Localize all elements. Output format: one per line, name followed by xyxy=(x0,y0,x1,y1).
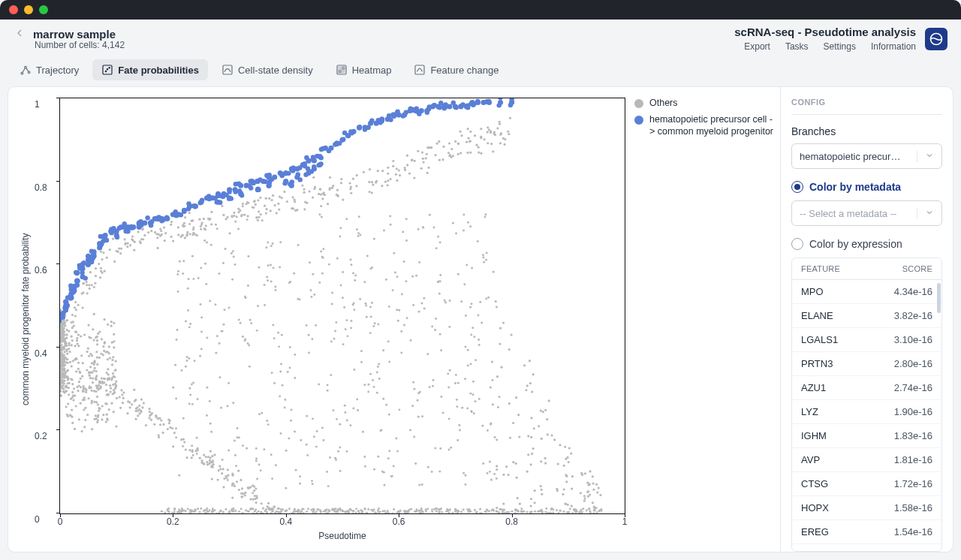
svg-point-1925 xyxy=(534,501,536,504)
svg-point-1021 xyxy=(471,266,473,269)
feature-row-elane[interactable]: ELANE3.82e-16 xyxy=(792,304,941,328)
scrollbar-thumb[interactable] xyxy=(937,283,941,313)
legend-item-branch[interactable]: hematopoietic precursor cell -> common m… xyxy=(634,114,776,137)
svg-point-810 xyxy=(222,214,224,216)
feature-row-mpo[interactable]: MPO4.34e-16 xyxy=(792,280,941,304)
feature-row-lgals1[interactable]: LGALS13.10e-16 xyxy=(792,328,941,352)
legend-item-others[interactable]: Others xyxy=(634,98,776,108)
svg-point-598 xyxy=(377,170,379,172)
svg-point-1063 xyxy=(415,275,417,277)
score-column-header: SCORE xyxy=(902,264,932,273)
svg-point-1377 xyxy=(249,498,252,501)
svg-point-816 xyxy=(356,228,358,230)
svg-point-1203 xyxy=(352,272,354,274)
metadata-select[interactable]: -- Select a metadata -- xyxy=(791,200,942,226)
tab-trajectory[interactable]: Trajectory xyxy=(11,59,88,80)
svg-point-1559 xyxy=(203,509,206,511)
svg-point-1517 xyxy=(307,508,309,510)
svg-point-1479 xyxy=(249,486,251,489)
svg-point-1923 xyxy=(530,504,532,507)
tab-feature-change[interactable]: Feature change xyxy=(405,59,508,80)
feature-row-ighm[interactable]: IGHM1.83e-16 xyxy=(792,424,941,448)
svg-point-820 xyxy=(363,281,366,283)
svg-point-1417 xyxy=(255,495,258,497)
svg-point-1136 xyxy=(188,403,191,405)
svg-point-806 xyxy=(356,174,358,176)
feature-row-lyz[interactable]: LYZ1.90e-16 xyxy=(792,400,941,424)
svg-point-674 xyxy=(441,158,444,161)
svg-point-897 xyxy=(349,424,351,426)
svg-point-1303 xyxy=(167,428,169,430)
svg-point-1022 xyxy=(320,250,322,252)
svg-point-1011 xyxy=(437,236,439,238)
svg-point-1526 xyxy=(161,510,163,513)
svg-point-1214 xyxy=(429,214,431,216)
svg-point-447 xyxy=(88,324,90,326)
svg-point-840 xyxy=(374,322,376,324)
svg-point-371 xyxy=(80,354,83,357)
svg-point-678 xyxy=(131,235,134,237)
svg-point-1190 xyxy=(439,242,441,244)
svg-point-299 xyxy=(67,378,69,381)
menu-tasks[interactable]: Tasks xyxy=(785,41,809,52)
tab-heatmap[interactable]: Heatmap xyxy=(327,59,401,80)
back-icon[interactable] xyxy=(14,27,26,41)
svg-point-1607 xyxy=(247,510,249,513)
svg-point-834 xyxy=(308,334,310,336)
svg-point-1879 xyxy=(517,497,519,499)
svg-point-701 xyxy=(442,146,444,148)
svg-point-680 xyxy=(466,128,468,130)
svg-point-1032 xyxy=(477,339,480,341)
svg-point-399 xyxy=(95,351,98,353)
svg-point-668 xyxy=(321,197,324,200)
feature-score: 1.58e-16 xyxy=(894,502,932,513)
svg-point-529 xyxy=(399,174,401,176)
svg-point-1849 xyxy=(387,510,389,512)
branches-select[interactable]: hematopoietic precurs… xyxy=(791,143,942,169)
svg-point-1166 xyxy=(417,416,420,418)
svg-point-596 xyxy=(192,228,194,230)
tab-cell-state-density[interactable]: Cell-state density xyxy=(212,59,322,80)
menu-settings[interactable]: Settings xyxy=(824,41,856,52)
svg-point-714 xyxy=(309,190,311,192)
svg-point-1290 xyxy=(377,366,379,368)
svg-point-291 xyxy=(92,381,94,384)
svg-point-798 xyxy=(241,214,243,216)
svg-point-1020 xyxy=(493,271,495,273)
feature-score: 1.83e-16 xyxy=(894,430,932,441)
feature-row-azu1[interactable]: AZU12.74e-16 xyxy=(792,376,941,400)
svg-point-339 xyxy=(80,335,82,337)
svg-point-315 xyxy=(84,419,86,421)
feature-row-ereg[interactable]: EREG1.54e-16 xyxy=(792,520,941,544)
radio-color-by-metadata[interactable]: Color by metadata xyxy=(791,181,942,193)
svg-point-335 xyxy=(101,418,103,420)
tab-fate-probabilities[interactable]: Fate probabilities xyxy=(92,59,208,80)
radio-color-by-expression[interactable]: Color by expression xyxy=(791,238,942,250)
svg-point-2154 xyxy=(186,201,191,206)
svg-point-774 xyxy=(499,142,502,144)
svg-point-1052 xyxy=(485,259,487,261)
svg-point-632 xyxy=(143,234,146,236)
svg-point-1161 xyxy=(413,388,415,390)
svg-point-1700 xyxy=(317,508,319,510)
feature-row-ctsg[interactable]: CTSG1.72e-16 xyxy=(792,472,941,496)
feature-row-hopx[interactable]: HOPX1.58e-16 xyxy=(792,496,941,520)
feature-row-avp[interactable]: AVP1.81e-16 xyxy=(792,448,941,472)
window-minimize-icon[interactable] xyxy=(24,5,33,14)
menu-information[interactable]: Information xyxy=(871,41,916,52)
svg-point-1252 xyxy=(263,448,265,450)
feature-row-prtn3[interactable]: PRTN32.80e-16 xyxy=(792,352,941,376)
svg-point-1148 xyxy=(390,224,392,226)
svg-point-507 xyxy=(283,191,285,193)
svg-point-1090 xyxy=(188,278,190,280)
svg-point-226 xyxy=(63,351,65,353)
svg-point-1882 xyxy=(502,474,505,476)
svg-point-1813 xyxy=(301,508,303,510)
svg-point-990 xyxy=(270,280,273,282)
window-close-icon[interactable] xyxy=(9,5,18,14)
svg-point-1868 xyxy=(495,300,497,303)
svg-point-485 xyxy=(91,390,93,392)
menu-export[interactable]: Export xyxy=(744,41,770,52)
svg-point-1865 xyxy=(523,510,525,512)
window-maximize-icon[interactable] xyxy=(39,5,48,14)
